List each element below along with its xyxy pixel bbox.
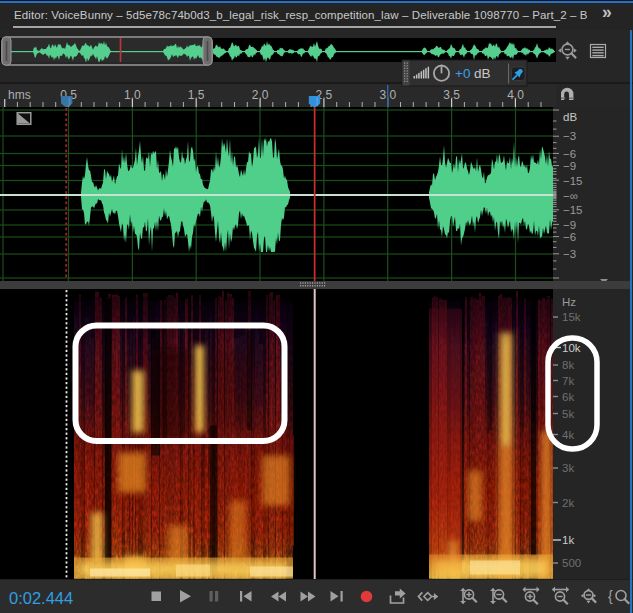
svg-text:{: { [608, 588, 613, 604]
svg-text:+0: +0 [455, 66, 470, 81]
svg-text:dB: dB [474, 66, 491, 81]
